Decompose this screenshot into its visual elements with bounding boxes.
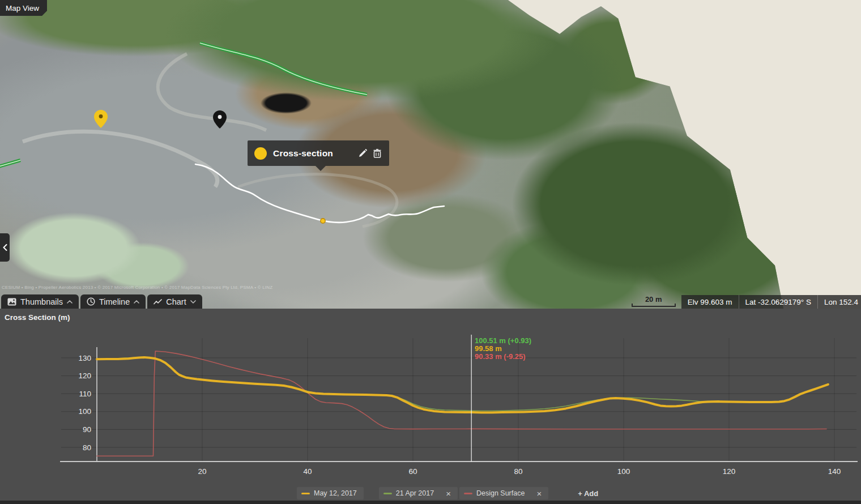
chevron-up-icon [67, 300, 73, 304]
legend-item-may-12-2017[interactable]: May 12, 2017 [297, 487, 364, 499]
svg-text:130: 130 [78, 354, 91, 362]
latitude-readout: Lat -32.0629179° S [739, 295, 818, 309]
chevron-left-icon [3, 244, 7, 251]
legend-swatch-red [464, 493, 472, 494]
cross-section-panel: 204060801001201408090100110120130 Cross … [0, 309, 861, 504]
elevation-readout: Elv 99.603 m [681, 295, 739, 309]
readout-may12: 99.58 m [475, 345, 531, 353]
road-stroke [23, 131, 218, 187]
svg-text:140: 140 [828, 467, 841, 476]
trash-icon [373, 149, 381, 158]
edit-annotation-button[interactable] [355, 146, 370, 161]
legend-swatch-green [383, 493, 392, 494]
map-overlays [0, 0, 861, 309]
tooltip-pointer [316, 166, 326, 171]
legend-item-design-surface[interactable]: Design Surface × [459, 487, 548, 499]
tab-thumbnails[interactable]: Thumbnails [1, 294, 79, 309]
chart-legend: May 12, 2017 21 Apr 2017 × Design Surfac… [297, 487, 598, 499]
svg-text:100: 100 [617, 467, 630, 476]
map-scale-bracket [632, 304, 676, 307]
map-scale-label: 20 m [630, 295, 677, 304]
annotation-label: Cross-section [273, 148, 355, 159]
image-icon [7, 298, 16, 306]
pencil-icon [359, 149, 367, 157]
map-attribution: CESIUM • Bing • Propeller Aerobotics 201… [2, 285, 272, 290]
chevron-up-icon [134, 300, 139, 304]
chevron-down-icon [190, 300, 196, 304]
map-scale-bar: 20 m [630, 295, 677, 309]
map-status-readouts: 20 m Elv 99.603 m Lat -32.0629179° S Lon… [630, 295, 861, 309]
bottom-divider [0, 501, 861, 504]
svg-text:110: 110 [79, 390, 91, 398]
legend-add-button[interactable]: + Add [578, 489, 598, 498]
tab-timeline[interactable]: Timeline [80, 294, 146, 309]
map-pin-yellow[interactable] [94, 110, 108, 128]
tab-chart-label: Chart [166, 297, 186, 306]
map-pin-black[interactable] [213, 110, 227, 129]
map-3d-view[interactable]: Map View Cross-section [0, 0, 861, 309]
svg-text:40: 40 [303, 467, 312, 476]
legend-item-21-apr-2017[interactable]: 21 Apr 2017 × [379, 487, 458, 499]
delete-annotation-button[interactable] [370, 146, 385, 161]
svg-text:100: 100 [78, 407, 91, 416]
cross-section-position-dot [321, 219, 325, 223]
annotation-tooltip: Cross-section [248, 140, 389, 166]
chart-panel-title: Cross Section (m) [5, 313, 70, 322]
annotation-color-dot [254, 147, 267, 160]
svg-text:20: 20 [198, 467, 206, 476]
svg-text:90: 90 [83, 425, 91, 434]
chart-hover-readout: 100.51 m (+0.93) 99.58 m 90.33 m (-9.25) [475, 337, 531, 361]
legend-label: 21 Apr 2017 [396, 489, 434, 497]
longitude-readout: Lon 152.4 [817, 295, 861, 309]
readout-design: 90.33 m (-9.25) [475, 353, 531, 361]
legend-label: May 12, 2017 [314, 489, 357, 497]
legend-swatch-yellow [301, 493, 310, 494]
svg-text:80: 80 [83, 443, 91, 452]
svg-text:60: 60 [408, 467, 417, 476]
road-stroke [158, 54, 266, 130]
map-view-label: Map View [0, 0, 47, 16]
legend-remove-button[interactable]: × [536, 489, 542, 498]
clock-icon [87, 297, 95, 306]
line-chart-icon [154, 299, 162, 305]
app-window: Map View Cross-section [0, 0, 861, 504]
svg-text:80: 80 [514, 467, 522, 476]
tab-chart[interactable]: Chart [147, 294, 202, 309]
svg-text:120: 120 [723, 467, 736, 476]
panel-tabs: Thumbnails Timeline Chart [1, 294, 202, 309]
legend-label: Design Surface [476, 489, 525, 497]
svg-text:120: 120 [78, 371, 91, 380]
tab-timeline-label: Timeline [99, 297, 130, 306]
tab-thumbnails-label: Thumbnails [20, 297, 63, 306]
readout-21apr: 100.51 m (+0.93) [475, 337, 531, 345]
cross-section-chart[interactable]: 204060801001201408090100110120130 [0, 309, 861, 504]
sidebar-collapse-button[interactable] [0, 233, 10, 262]
legend-remove-button[interactable]: × [446, 489, 451, 498]
